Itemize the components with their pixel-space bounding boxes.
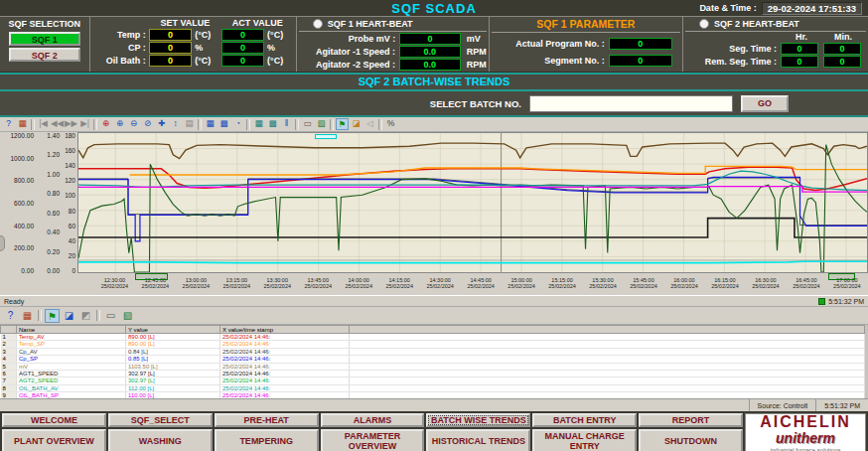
col-yvalue-header[interactable]: Y value <box>126 326 220 334</box>
program-no-row: Actual Program No. : 0 <box>492 38 680 50</box>
zoom-in-icon[interactable]: ⊕ <box>113 118 126 130</box>
x-axis-tick: 15:15:0025/02/2024 <box>548 277 576 289</box>
pause-icon[interactable]: ‖ <box>280 118 293 130</box>
act-value-header: ACT VALUE <box>221 18 294 28</box>
legend-row-OIL_BATH_AV[interactable]: 8OIL_BATH_AV112.00 [L]25/02/2024 14:46: <box>1 384 865 391</box>
y-axis-tick: 180 <box>65 131 75 138</box>
min-header: Min. <box>822 32 864 42</box>
nav-plant-overview-button[interactable]: PLANT OVERVIEW <box>2 429 106 451</box>
scroll-tab[interactable] <box>0 235 5 251</box>
source-text: Source: Controlt <box>749 399 816 411</box>
sqf1-button[interactable]: SQF 1 <box>9 32 80 46</box>
x-axis-tick: 15:00:0025/02/2024 <box>507 277 535 289</box>
nav-historical-trends-button[interactable]: HISTORICAL TRENDS <box>426 429 530 451</box>
help-icon[interactable]: ? <box>3 309 18 323</box>
x-axis-tick: 16:00:0025/02/2024 <box>670 277 698 289</box>
nav-sqf-select-button[interactable]: SQF_SELECT <box>108 413 213 427</box>
nav-welcome-button[interactable]: WELCOME <box>2 413 106 427</box>
col-name-header[interactable]: Name <box>17 326 126 334</box>
sqf1-heartbeat-title-row: SQF 1 HEART-BEAT <box>299 18 487 32</box>
legend-row-Temp_AV[interactable]: 1Temp_AV890.00 [L]25/02/2024 14:46: <box>1 334 865 341</box>
cp-row: CP : 0 % 0 % <box>92 42 294 54</box>
go-first-icon[interactable]: |◀ <box>37 118 50 130</box>
y-axis-tick: 0 <box>72 267 75 274</box>
cp-set-value: 0 <box>149 42 192 54</box>
y-scale-icon[interactable]: ↕ <box>169 118 182 130</box>
nav-tempering-button[interactable]: TEMPERING <box>215 429 319 451</box>
export-icon[interactable]: ▧ <box>120 309 135 323</box>
cp-label: CP : <box>92 43 149 53</box>
col-xvalue-header[interactable]: X value/time stamp <box>220 326 350 334</box>
logo-tagline: industrial furnace solutions <box>770 447 840 451</box>
pin-icon[interactable]: ◩ <box>78 309 93 323</box>
values-icon[interactable]: ◪ <box>62 309 76 323</box>
zoom-reset-icon[interactable]: ⊘ <box>141 118 154 130</box>
go-button[interactable]: GO <box>741 95 789 112</box>
nav-manual-charge-entry-button[interactable]: MANUAL CHARGE ENTRY <box>532 429 637 451</box>
legend-table-container[interactable]: Name Y value X value/time stamp 1Temp_AV… <box>0 325 868 398</box>
segment-no-row: Segment No. : 0 <box>492 55 680 67</box>
toolbar-separator <box>378 119 382 130</box>
legend-cell <box>350 348 865 355</box>
tile-view-icon[interactable]: ▦ <box>204 118 217 130</box>
nav-batch-entry-button[interactable]: BATCH ENTRY <box>532 413 637 427</box>
percent-icon[interactable]: % <box>384 118 397 130</box>
legend-row-AGT1_SPEED[interactable]: 6AGT1_SPEED302.97 [L]25/02/2024 14:46: <box>1 371 865 377</box>
y-axis-tick: 1200.00 <box>11 131 35 138</box>
legend-cell: 6 <box>1 371 17 377</box>
zoom-select-icon[interactable]: ⊕ <box>99 118 112 130</box>
temp-row: Temp : 0 (°C) 0 (°C) <box>92 29 294 41</box>
plot-area[interactable] <box>77 132 868 273</box>
nav-batch-wise-trends-button[interactable]: BATCH WISE TRENDS <box>426 413 530 427</box>
axis-range-marker[interactable] <box>828 273 855 280</box>
legend-cell: 4 <box>1 356 17 363</box>
properties-icon[interactable]: ▦ <box>16 118 29 130</box>
legend-cell: 890.00 [L] <box>126 334 220 341</box>
cursor-icon[interactable]: ⚑ <box>336 118 349 130</box>
sqf1-heartbeat-title: SQF 1 HEART-BEAT <box>328 19 413 29</box>
legend-row-Cp_SP[interactable]: 4Cp_SP0.85 [L]25/02/2024 14:46: <box>1 356 865 363</box>
pan-icon[interactable]: ✚ <box>155 118 168 130</box>
help-icon[interactable]: ? <box>2 118 15 130</box>
time-span-icon[interactable]: ◔ <box>231 118 244 130</box>
step-forward-icon[interactable]: ▶▶ <box>65 118 77 130</box>
batch-no-input[interactable] <box>529 95 733 112</box>
nav-report-button[interactable]: REPORT <box>639 413 743 427</box>
properties-icon[interactable]: ▦ <box>20 309 35 323</box>
legend-row-Temp_SP[interactable]: 2Temp_SP890.00 [L]25/02/2024 14:46: <box>1 341 865 348</box>
axes-icon[interactable]: ▤ <box>183 118 196 130</box>
legend-toolbar: ?▦⚑◪◩▭▧ <box>0 307 868 325</box>
annotate-icon[interactable]: ◪ <box>350 118 362 130</box>
ready-status-bar: Ready 5:51:32 PM <box>0 295 868 307</box>
grid-config-icon[interactable]: ▦ <box>252 118 265 130</box>
step-back-icon[interactable]: ◀◀ <box>51 118 64 130</box>
nav-alarms-button[interactable]: ALARMS <box>321 413 425 427</box>
nav-pre-heat-button[interactable]: PRE-HEAT <box>215 413 319 427</box>
legend-row-AGT2_SPEED[interactable]: 7AGT2_SPEED302.97 [L]25/02/2024 14:46: <box>1 377 865 384</box>
toolbar-separator <box>38 310 42 321</box>
grid-export-icon[interactable]: ▩ <box>266 118 279 130</box>
seg-time-row: Seg. Time : 0 0 <box>685 43 866 55</box>
grid-view-icon[interactable]: ▩ <box>217 118 230 130</box>
x-axis-labels: 12:30:0025/02/202412:45:0025/02/202413:0… <box>77 273 868 295</box>
sqf2-button[interactable]: SQF 2 <box>9 48 80 62</box>
nav-parameter-overview-button[interactable]: PARAMETER OVERVIEW <box>321 429 425 451</box>
select-batch-label: SELECT BATCH NO. <box>430 98 521 109</box>
legend-row-mV[interactable]: 5mV1103.50 [L]25/02/2024 14:46: <box>1 363 865 370</box>
seg-time-label: Seg. Time : <box>685 44 781 54</box>
go-last-icon[interactable]: ▶| <box>78 118 91 130</box>
print-icon[interactable]: ▭ <box>301 118 314 130</box>
nav-shutdown-button[interactable]: SHUTDOWN <box>639 429 743 451</box>
toolbar-separator <box>246 119 250 130</box>
y-axis-tick: 160 <box>65 146 75 153</box>
print-icon[interactable]: ▭ <box>103 309 118 323</box>
axis-range-marker[interactable] <box>135 273 168 280</box>
scroll-left-icon[interactable]: ◁ <box>363 118 376 130</box>
cursor-icon[interactable]: ⚑ <box>45 309 60 323</box>
copy-chart-icon[interactable]: ▧ <box>315 118 328 130</box>
x-axis-tick: 16:30:0025/02/2024 <box>752 277 780 289</box>
zoom-out-icon[interactable]: ⊖ <box>127 118 140 130</box>
batch-trends-banner: SQF 2 BATCH-WISE TRENDS <box>0 73 868 91</box>
legend-row-Cp_AV[interactable]: 3Cp_AV0.84 [L]25/02/2024 14:46: <box>1 348 865 355</box>
nav-washing-button[interactable]: WASHING <box>108 429 213 451</box>
